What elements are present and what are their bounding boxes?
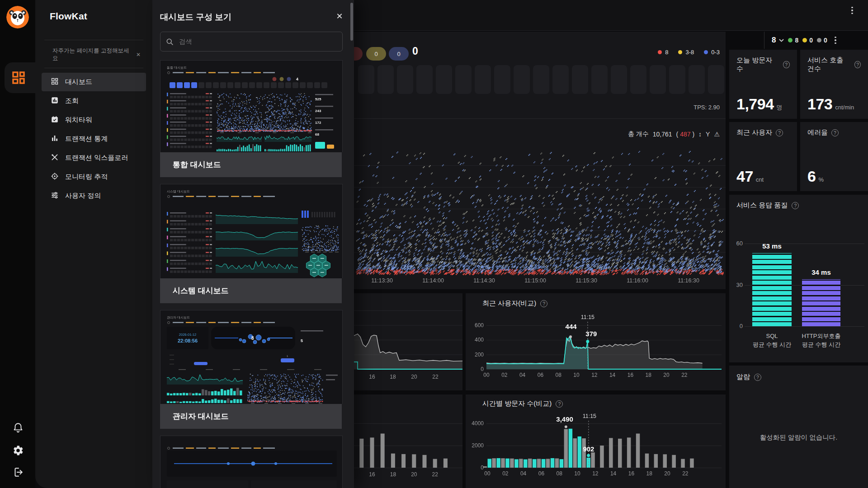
section-title: 시간별 방문자 수(비교) <box>482 399 563 408</box>
status-dot <box>817 38 821 42</box>
dashboard-card-label: 시스템 대시보드 <box>160 278 342 303</box>
help-icon[interactable] <box>783 61 790 68</box>
stat-value: 47 <box>736 168 753 185</box>
status-pill: 0 <box>366 47 386 61</box>
sidebar-item-6[interactable]: 모니터링 추적 <box>42 168 146 186</box>
help-icon[interactable] <box>831 129 839 136</box>
partial-bar-chart <box>354 394 462 488</box>
dashboard-thumbnail <box>160 184 343 278</box>
sidebar-item-7[interactable]: 사용자 정의 <box>42 187 146 205</box>
dashboard-card-admin[interactable]: 관리자 대시보드 <box>160 310 343 429</box>
agent-status-dots: 800 <box>788 37 827 44</box>
divider <box>354 118 726 119</box>
close-icon[interactable]: ✕ <box>133 50 143 60</box>
stat-label: 서비스 호출 건수 <box>807 56 851 73</box>
help-icon[interactable] <box>854 61 861 68</box>
sidebar-item-label: 모니터링 추적 <box>65 173 108 181</box>
dashboard-card-partial[interactable] <box>160 436 343 488</box>
tps-label: TPS: 2.90 <box>693 104 720 111</box>
partial-line-chart <box>354 293 462 390</box>
partial-chart-card <box>354 394 462 488</box>
sidebar-item-label: 워치타워 <box>65 116 92 124</box>
header-controls: 8 800 <box>764 32 868 49</box>
dashboard-card-label: 통합 대시보드 <box>160 152 342 177</box>
help-icon[interactable] <box>556 400 563 408</box>
app-root: 8 800 0 83-80-3 TPS: 2.90 총 개수 10,761 ( … <box>0 0 868 488</box>
agent-tile[interactable] <box>533 65 549 94</box>
agent-tile[interactable] <box>475 65 491 94</box>
warning-icon[interactable]: ⚠ <box>714 131 720 138</box>
sidebar-item-2[interactable]: 조회 <box>42 92 146 110</box>
status-pill: 0 <box>389 47 409 61</box>
total-count-label: 총 개수 <box>628 130 649 138</box>
help-icon[interactable] <box>540 300 547 307</box>
agent-tile[interactable] <box>572 65 588 94</box>
sort-range-icon[interactable]: ↕ <box>698 131 702 138</box>
logout-icon[interactable] <box>12 466 24 478</box>
stat-label: 오늘 방문자 수 <box>736 56 779 73</box>
agent-tile[interactable] <box>397 65 413 94</box>
agent-count-dropdown[interactable]: 8 <box>772 36 784 45</box>
stat-value: 1,794 <box>736 95 774 113</box>
agent-tile[interactable] <box>416 65 433 94</box>
sidebar-item-3[interactable]: 워치타워 <box>42 111 146 129</box>
status-big-count: 0 <box>412 45 418 57</box>
sidebar-item-5[interactable]: 트랜잭션 익스플로러 <box>42 149 146 167</box>
help-icon[interactable] <box>776 129 783 136</box>
agent-tile[interactable] <box>669 65 685 94</box>
quality-ytick: 0 <box>731 323 743 329</box>
legend-item: 8 <box>658 49 668 56</box>
service-quality-chart: 0306053 msSQL평균 수행 시간34 msHTTP외부호출평균 수행 … <box>729 195 868 362</box>
agent-tile[interactable] <box>358 65 374 94</box>
agent-tile[interactable] <box>650 65 666 94</box>
y-axis-toggle[interactable]: Y <box>706 131 710 138</box>
sidebar-item-label: 조회 <box>65 97 79 105</box>
quality-ytick: 30 <box>731 282 743 288</box>
kebab-menu-icon[interactable] <box>848 5 856 16</box>
stat-unit: 명 <box>777 103 783 112</box>
stat-card-error-rate: 에러율 6% <box>800 122 868 191</box>
quality-bar <box>752 253 792 326</box>
search-box <box>160 32 343 52</box>
search-input[interactable] <box>178 38 337 46</box>
dashboard-card-integrated[interactable]: 통합 대시보드 <box>160 60 343 177</box>
notifications-bell-icon[interactable] <box>12 422 24 434</box>
recent-users-chart <box>466 313 726 389</box>
agent-tile[interactable] <box>552 65 569 94</box>
sidebar-item-4[interactable]: 트랜잭션 통계 <box>42 130 146 148</box>
sidebar: FlowKat 자주가는 페이지를 고정해보세요 ✕ 대시보드조회워치타워트랜잭… <box>35 0 152 488</box>
agent-tile[interactable] <box>494 65 510 94</box>
kebab-menu-icon[interactable] <box>831 34 840 46</box>
paren: ( 487 ) <box>676 131 694 138</box>
agent-tile[interactable] <box>377 65 394 94</box>
agent-tile[interactable] <box>455 65 472 94</box>
meerkat-logo-icon <box>6 6 29 28</box>
agent-tile[interactable] <box>630 65 646 94</box>
top-bar <box>354 0 868 31</box>
legend-dot <box>704 50 708 54</box>
stat-label: 에러율 <box>807 128 828 137</box>
close-icon[interactable]: ✕ <box>333 10 346 23</box>
scrollbar-thumb[interactable] <box>350 3 353 41</box>
divider <box>44 40 143 40</box>
sidebar-item-1[interactable]: 대시보드 <box>42 73 146 91</box>
stat-card-recent-users: 최근 사용자 47cnt <box>729 122 797 191</box>
agent-tile[interactable] <box>591 65 608 94</box>
dashboard-rail-icon[interactable] <box>11 70 26 85</box>
app-logo[interactable] <box>6 6 29 28</box>
dashboard-card-system[interactable]: 시스템 대시보드 <box>160 184 343 303</box>
agent-tile[interactable] <box>689 65 705 94</box>
error-count: 487 <box>680 131 690 138</box>
agent-tile[interactable] <box>611 65 627 94</box>
sidebar-item-label: 트랜잭션 익스플로러 <box>65 154 128 162</box>
calendar-check-icon <box>51 115 59 125</box>
agent-tile[interactable] <box>514 65 530 94</box>
agent-tile[interactable] <box>436 65 452 94</box>
settings-gear-icon[interactable] <box>12 445 24 456</box>
help-icon[interactable] <box>754 374 761 381</box>
dashboard-thumbnail <box>160 436 343 488</box>
stat-value: 173 <box>807 95 832 113</box>
status-dot <box>802 38 807 42</box>
agent-tile[interactable] <box>708 65 724 94</box>
section-title: 알람 <box>736 373 761 381</box>
